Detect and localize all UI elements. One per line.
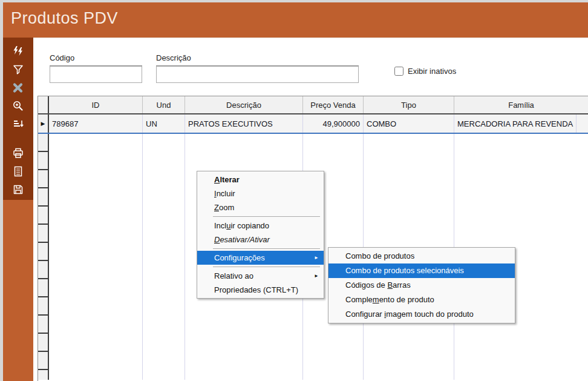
table-row[interactable]: ▶ 789687 UN PRATOS EXECUTIVOS 49,900000 … (38, 114, 588, 134)
app-window: Produtos PDV (0, 0, 588, 381)
menu-item-configuracoes[interactable]: Configurações ► (197, 251, 324, 265)
submenu-item-complemento-de-produto[interactable]: Complemento de produto (328, 293, 515, 307)
sort-icon[interactable] (9, 115, 27, 133)
exibir-inativos-checkbox[interactable] (394, 67, 403, 76)
menu-item-label: Incluir (214, 189, 235, 198)
grid-row-selector-cell[interactable] (38, 334, 48, 352)
grid-row-selector-cell[interactable] (38, 170, 48, 188)
menu-item-label: Configurações (214, 253, 265, 262)
exibir-inativos-label: Exibir inativos (408, 67, 456, 76)
grid-row-selector-cell[interactable] (38, 279, 48, 297)
submenu-item-configurar-imagem-touch[interactable]: Configurar imagem touch do produto (328, 307, 515, 322)
column-header-familia[interactable]: Família (454, 96, 588, 113)
grid-row-selector-cell[interactable] (38, 370, 48, 381)
menu-separator (213, 248, 320, 249)
descricao-input[interactable] (156, 66, 359, 83)
grid-row-selector-cell[interactable] (38, 243, 48, 261)
grid-row-selector-cell[interactable] (38, 134, 48, 152)
menu-item-label: Alterar (214, 175, 240, 184)
grid-row-selector-cell[interactable] (38, 152, 48, 170)
column-header-preco-venda[interactable]: Preço Venda (303, 96, 364, 113)
menu-separator (213, 267, 320, 267)
menu-item-incluir[interactable]: Incluir (197, 187, 324, 200)
grid-row-selector-cell[interactable] (38, 261, 48, 279)
cell-descricao: PRATOS EXECUTIVOS (185, 114, 303, 133)
column-header-descricao[interactable]: Descrição (185, 96, 303, 113)
print-icon[interactable] (9, 144, 27, 162)
grid-header-selector (38, 96, 49, 113)
codigo-label: Código (50, 53, 142, 66)
column-header-id[interactable]: ID (49, 96, 143, 113)
submenu-item-codigos-de-barras[interactable]: Códigos de Barras (328, 278, 515, 293)
menu-item-label: Relativo ao (214, 271, 253, 280)
submenu-arrow-icon: ► (314, 251, 319, 265)
content-panel: Código Descrição Exibir inativos ID Und … (33, 38, 588, 381)
menu-separator (213, 216, 320, 217)
grid-row-selector-cell[interactable] (38, 188, 48, 207)
menu-item-zoom[interactable]: Zoom (197, 200, 324, 214)
save-icon[interactable] (9, 181, 27, 199)
column-header-tipo[interactable]: Tipo (364, 96, 454, 113)
configuracoes-submenu: Combo de produtos Combo de produtos sele… (328, 247, 515, 323)
grid-row-selector-cell[interactable] (38, 207, 48, 225)
cell-und: UN (143, 114, 185, 133)
menu-item-propriedades[interactable]: Propriedades (CTRL+T) (197, 283, 324, 297)
zoom-icon[interactable] (9, 97, 27, 115)
grid-row-selector-cell[interactable] (38, 225, 48, 243)
menu-item-label: Combo de produtos selecionáveis (345, 266, 464, 275)
cell-tipo: COMBO (364, 114, 454, 133)
page-title: Produtos PDV (3, 2, 588, 28)
filter-icon[interactable] (9, 61, 27, 79)
exibir-inativos-row: Exibir inativos (394, 67, 456, 76)
menu-item-label: Desativar/Ativar (214, 235, 270, 244)
sidebar (3, 38, 33, 381)
grid-row-selector-cell[interactable] (38, 316, 48, 334)
menu-item-label: Configurar imagem touch do produto (345, 310, 474, 319)
codigo-input[interactable] (50, 66, 142, 83)
clear-filter-icon[interactable] (9, 79, 27, 97)
menu-item-label: Incluir copiando (214, 221, 269, 230)
submenu-arrow-icon: ► (314, 269, 319, 283)
grid-header-row: ID Und Descrição Preço Venda Tipo Famíli… (38, 96, 588, 114)
cell-familia: MERCADORIA PARA REVENDA (454, 114, 577, 133)
cell-id: 789687 (49, 114, 143, 133)
submenu-item-combo-de-produtos[interactable]: Combo de produtos (328, 249, 515, 263)
menu-item-label: Propriedades (CTRL+T) (214, 285, 298, 294)
menu-item-alterar[interactable]: Alterar (197, 173, 324, 187)
menu-item-relativo-ao[interactable]: Relativo ao ► (197, 269, 324, 283)
window-border-left (0, 0, 3, 381)
refresh-icon[interactable] (9, 42, 27, 61)
grid-selector-column (38, 134, 49, 380)
sidebar-toolbar (3, 38, 33, 200)
grid-column-separator (142, 134, 143, 380)
submenu-item-combo-de-produtos-selecionaveis[interactable]: Combo de produtos selecionáveis (328, 263, 515, 278)
menu-item-desativar-ativar[interactable]: Desativar/Ativar (197, 233, 324, 247)
context-menu: Alterar Incluir Zoom Incluir copiando De… (197, 171, 324, 299)
menu-item-incluir-copiando[interactable]: Incluir copiando (197, 219, 324, 233)
grid-row-selector-cell[interactable] (38, 297, 48, 316)
menu-item-label: Complemento de produto (345, 295, 434, 304)
current-row-pointer-icon: ▶ (38, 114, 49, 133)
cell-preco-venda: 49,900000 (303, 114, 364, 133)
report-icon[interactable] (9, 162, 27, 181)
descricao-label: Descrição (156, 53, 359, 66)
grid-column-separator (185, 134, 185, 380)
grid-row-selector-cell[interactable] (38, 352, 48, 370)
menu-item-label: Combo de produtos (345, 251, 414, 260)
menu-item-label: Zoom (214, 203, 234, 212)
column-header-und[interactable]: Und (143, 96, 185, 113)
window-titlebar: Produtos PDV (3, 2, 588, 38)
menu-item-label: Códigos de Barras (345, 280, 411, 290)
